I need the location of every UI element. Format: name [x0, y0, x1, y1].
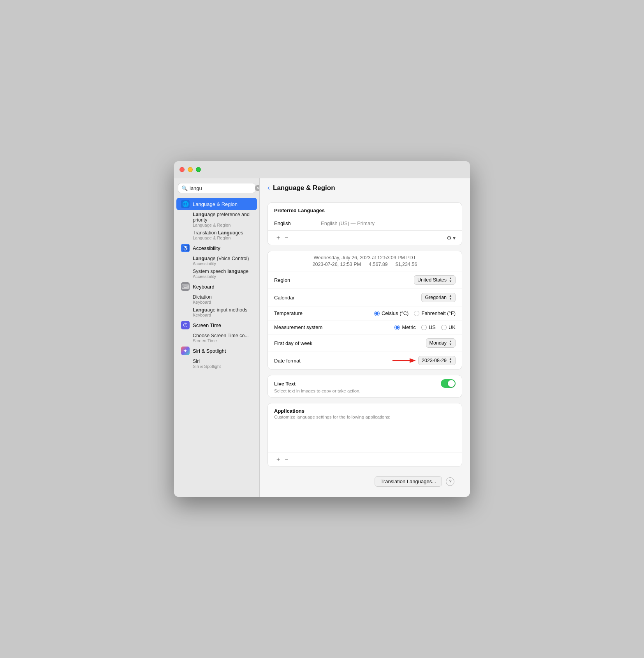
remove-app-button[interactable]: − — [282, 455, 290, 464]
first-day-arrows: ▲ ▼ — [449, 340, 452, 346]
sidebar-subitem-voice-control[interactable]: Language (Voice Control) Accessibility — [176, 255, 257, 267]
calendar-value-wrap: Gregorian ▲ ▼ — [421, 293, 456, 302]
language-name: English — [274, 220, 321, 226]
uk-radio[interactable] — [441, 325, 447, 330]
sidebar-item-accessibility[interactable]: ♿ Accessibility — [176, 242, 257, 254]
screentime-icon: ⏱ — [181, 321, 190, 329]
live-text-toggle-wrap — [441, 379, 456, 388]
sidebar-item-screentime[interactable]: ⏱ Screen Time — [176, 319, 257, 331]
temperature-celsius-option[interactable]: Celsius (°C) — [374, 310, 408, 316]
subitem-title-voice-control: Language (Voice Control) — [193, 256, 252, 261]
back-button[interactable]: ‹ — [267, 184, 270, 192]
sidebar-label-screentime: Screen Time — [193, 322, 221, 328]
remove-language-button[interactable]: − — [282, 234, 290, 242]
applications-list — [268, 421, 462, 452]
applications-header: Applications Customize language settings… — [268, 403, 462, 421]
temperature-row: Temperature Celsius (°C) Fahrenheit (°F) — [268, 306, 462, 320]
celsius-radio[interactable] — [374, 311, 380, 316]
first-day-stepper[interactable]: Monday ▲ ▼ — [426, 338, 456, 348]
sidebar-label-accessibility: Accessibility — [193, 245, 220, 251]
subitem-subtitle-language-pref: Language & Region — [193, 223, 252, 227]
main-panel: ‹ Language & Region Preferred Languages … — [260, 178, 470, 497]
fahrenheit-label: Fahrenheit (°F) — [421, 310, 456, 316]
temperature-fahrenheit-option[interactable]: Fahrenheit (°F) — [414, 310, 456, 316]
sidebar-subitem-siri[interactable]: Siri Siri & Spotlight — [176, 357, 257, 370]
search-clear-button[interactable]: ✕ — [255, 185, 260, 191]
applications-title: Applications — [274, 408, 456, 414]
settings-window: 🔍 ✕ 🌐 Language & Region Language prefere… — [174, 161, 470, 497]
minimize-button[interactable] — [188, 167, 193, 172]
sidebar-item-language-region[interactable]: 🌐 Language & Region — [176, 198, 257, 210]
gear-icon: ⚙ — [447, 235, 452, 241]
search-input[interactable] — [190, 185, 255, 191]
svg-marker-1 — [410, 358, 416, 363]
sidebar-subitem-translation-languages[interactable]: Translation Languages Language & Region — [176, 229, 257, 241]
sidebar-subitem-input-methods[interactable]: Language input methods Keyboard — [176, 306, 257, 318]
region-settings-card: Wednesday, July 26, 2023 at 12:53:09 PM … — [267, 251, 462, 369]
live-text-toggle[interactable] — [441, 379, 456, 388]
fahrenheit-radio[interactable] — [414, 311, 419, 316]
datetime-number: 4,567.89 — [369, 262, 388, 267]
gear-button[interactable]: ⚙ ▾ — [447, 235, 456, 241]
region-stepper[interactable]: United States ▲ ▼ — [414, 275, 456, 285]
applications-controls: + − — [268, 452, 462, 466]
live-text-subtitle: Select text in images to copy or take ac… — [274, 389, 456, 393]
help-button[interactable]: ? — [446, 477, 454, 486]
measurement-row: Measurement system Metric US — [268, 320, 462, 334]
calendar-label: Calendar — [274, 295, 421, 301]
measurement-us-option[interactable]: US — [421, 324, 436, 330]
region-label: Region — [274, 277, 414, 283]
add-app-button[interactable]: + — [274, 455, 282, 464]
first-day-row: First day of week Monday ▲ ▼ — [268, 334, 462, 352]
region-value: United States — [417, 277, 447, 283]
date-format-row: Date format 2023-08-29 — [268, 352, 462, 369]
sidebar-subitem-dictation[interactable]: Dictation Keyboard — [176, 293, 257, 306]
sidebar-item-keyboard[interactable]: ⌨ Keyboard — [176, 280, 257, 293]
fullscreen-button[interactable] — [196, 167, 201, 172]
close-button[interactable] — [179, 167, 185, 172]
metric-radio[interactable] — [394, 325, 400, 330]
region-value-wrap: United States ▲ ▼ — [414, 275, 456, 285]
us-label: US — [429, 324, 436, 330]
measurement-metric-option[interactable]: Metric — [394, 324, 415, 330]
date-format-annotation: 2023-08-29 ▲ ▼ — [365, 356, 456, 365]
subitem-subtitle-speech: Accessibility — [193, 274, 252, 279]
calendar-stepper[interactable]: Gregorian ▲ ▼ — [421, 293, 456, 302]
date-format-arrows: ▲ ▼ — [449, 357, 452, 364]
translation-languages-button[interactable]: Translation Languages... — [375, 476, 442, 487]
date-format-label: Date format — [274, 358, 365, 364]
first-day-value: Monday — [429, 340, 447, 346]
datetime-currency: $1,234.56 — [396, 262, 417, 267]
measurement-uk-option[interactable]: UK — [441, 324, 456, 330]
add-language-button[interactable]: + — [274, 234, 282, 242]
region-row: Region United States ▲ ▼ — [268, 271, 462, 289]
subitem-title-language-pref: Language preference and priority — [193, 212, 252, 223]
datetime-date: 2023-07-26, 12:53 PM — [313, 262, 361, 267]
region-down-arrow: ▼ — [449, 280, 452, 283]
stepper-arrows: ▲ ▼ — [449, 277, 452, 283]
subitem-subtitle-translation: Language & Region — [193, 236, 252, 240]
sidebar-subitem-speech-language[interactable]: System speech language Accessibility — [176, 267, 257, 280]
language-controls: + − ⚙ ▾ — [268, 230, 462, 245]
subitem-title-input-methods: Language input methods — [193, 307, 252, 313]
toggle-thumb — [448, 380, 455, 387]
measurement-radio-group: Metric US UK — [394, 324, 456, 330]
date-format-stepper[interactable]: 2023-08-29 ▲ ▼ — [418, 356, 456, 365]
first-day-value-wrap: Monday ▲ ▼ — [426, 338, 456, 348]
date-format-down: ▼ — [449, 361, 452, 364]
sidebar-item-siri[interactable]: ✦ Siri & Spotlight — [176, 345, 257, 357]
search-box[interactable]: 🔍 ✕ — [178, 183, 255, 193]
sidebar-subitem-language-pref[interactable]: Language preference and priority Languag… — [176, 211, 257, 229]
calendar-down-arrow: ▼ — [449, 297, 452, 301]
us-radio[interactable] — [421, 325, 427, 330]
sidebar-subitem-screentime-co[interactable]: Choose Screen Time co... Screen Time — [176, 332, 257, 344]
subitem-subtitle-dictation: Keyboard — [193, 300, 252, 304]
search-icon: 🔍 — [181, 185, 188, 191]
calendar-value: Gregorian — [425, 295, 447, 300]
applications-card: Applications Customize language settings… — [267, 403, 462, 467]
live-text-title: Live Text — [274, 381, 296, 387]
temperature-radio-group: Celsius (°C) Fahrenheit (°F) — [374, 310, 456, 316]
siri-icon: ✦ — [181, 347, 190, 355]
back-icon: ‹ — [267, 184, 270, 192]
subitem-title-speech-lang: System speech language — [193, 269, 252, 274]
